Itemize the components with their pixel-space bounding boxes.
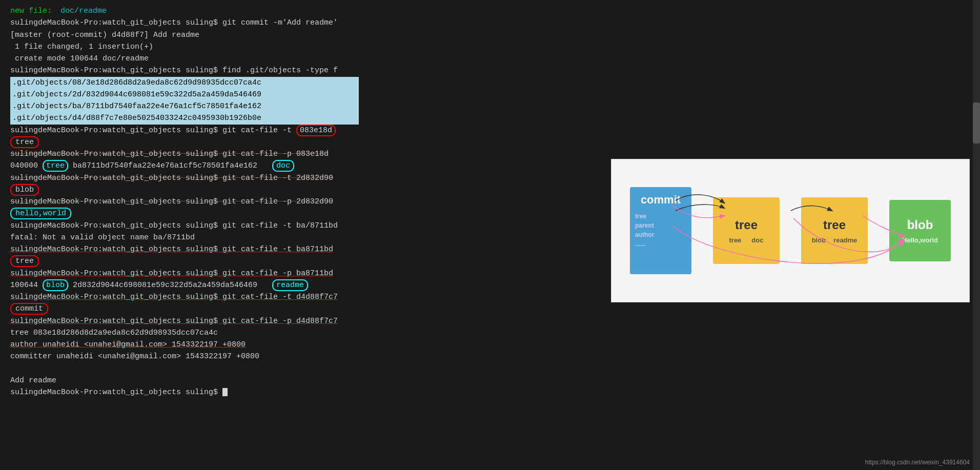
blob-inline-label: blob — [43, 279, 68, 291]
new-file-line: new file: doc/readme — [10, 5, 970, 17]
terminal-line — [10, 363, 970, 375]
tree-label-2: tree — [10, 255, 39, 267]
terminal-line: sulingdeMacBook-Pro:watch_git_objects su… — [10, 315, 970, 327]
commit-label: commit — [10, 303, 48, 315]
terminal-line: create mode 100644 doc/readme — [10, 53, 970, 65]
terminal-line: tree 083e18d286d8d2a9eda8c62d9d98935dcc0… — [10, 327, 970, 339]
author-line: author unaheidi <unahei@gmail.com> 15433… — [10, 340, 246, 349]
tree-inline-label: tree — [43, 160, 68, 172]
diagram-tree-box-1: tree tree doc — [713, 197, 780, 264]
tree2-cols: blob readme — [812, 236, 858, 244]
diagram-blob-box: blob Hello,world — [889, 200, 951, 261]
cat-file-ba8711bd: sulingdeMacBook-Pro:watch_git_objects su… — [10, 245, 333, 254]
terminal-line: sulingdeMacBook-Pro:watch_git_objects su… — [10, 65, 970, 76]
tree2-title: tree — [823, 218, 846, 232]
commit-output: commit — [10, 303, 970, 315]
diagram-commit-box: commit tree parent author ...... — [630, 187, 691, 274]
doc-label: doc — [272, 160, 294, 172]
tree1-cols: tree doc — [729, 236, 764, 244]
cat-file-p-ba8711bd: sulingdeMacBook-Pro:watch_git_objects su… — [10, 269, 333, 278]
git-object-diagram: commit tree parent author ...... tree tr… — [611, 159, 970, 302]
tree1-title: tree — [735, 218, 758, 232]
cat-file-p-d4d88f7c7: sulingdeMacBook-Pro:watch_git_objects su… — [10, 317, 338, 325]
commit-box-title: commit — [641, 193, 681, 207]
tree1-col-tree: tree — [729, 236, 742, 244]
commit-row-dots: ...... — [635, 240, 645, 248]
terminal-line: 1 file changed, 1 insertion(+) — [10, 41, 970, 53]
readme-label: readme — [272, 279, 308, 291]
scrollbar-thumb[interactable] — [973, 103, 980, 144]
tree2-col-blob: blob — [812, 236, 826, 244]
terminal-line: [master (root-commit) d4d88f7] Add readm… — [10, 29, 970, 41]
commit-row-parent: parent — [635, 222, 654, 229]
git-objects-list: .git/objects/08/3e18d286d8d2a9eda8c62d9d… — [10, 77, 359, 125]
tree2-col-readme: readme — [833, 236, 857, 244]
terminal-line: sulingdeMacBook-Pro:watch_git_objects su… — [10, 17, 970, 29]
new-file-label: new file: — [10, 7, 52, 15]
hash-083e18d: 083e18d — [296, 125, 336, 136]
new-file-path: doc/readme — [60, 7, 107, 15]
terminal-line: Add readme — [10, 375, 970, 386]
diagram-tree-box-2: tree blob readme — [801, 197, 868, 264]
terminal-line: sulingdeMacBook-Pro:watch_git_objects su… — [10, 125, 970, 136]
blob-label-1: blob — [10, 184, 39, 196]
commit-row-author: author — [635, 231, 654, 238]
hello-world-label: hello,world — [10, 208, 71, 219]
scrollbar[interactable] — [973, 0, 980, 470]
terminal-line: committer unaheidi <unahei@gmail.com> 15… — [10, 351, 970, 362]
terminal-line: sulingdeMacBook-Pro:watch_git_objects su… — [10, 148, 970, 160]
cursor — [222, 388, 228, 396]
commit-row-tree: tree — [635, 213, 646, 220]
terminal-line: author unaheidi <unahei@gmail.com> 15433… — [10, 339, 970, 351]
tree-output-1: tree — [10, 136, 970, 148]
cat-file-d4d88f7c7: sulingdeMacBook-Pro:watch_git_objects su… — [10, 293, 338, 301]
terminal-prompt: sulingdeMacBook-Pro:watch_git_objects su… — [10, 386, 970, 398]
blob-title: blob — [907, 218, 933, 232]
tree1-col-doc: doc — [751, 236, 763, 244]
tree-label-1: tree — [10, 136, 39, 148]
blob-subtitle: Hello,world — [902, 236, 938, 244]
footer-url: https://blog.csdn.net/weixin_43914604 — [865, 459, 970, 466]
